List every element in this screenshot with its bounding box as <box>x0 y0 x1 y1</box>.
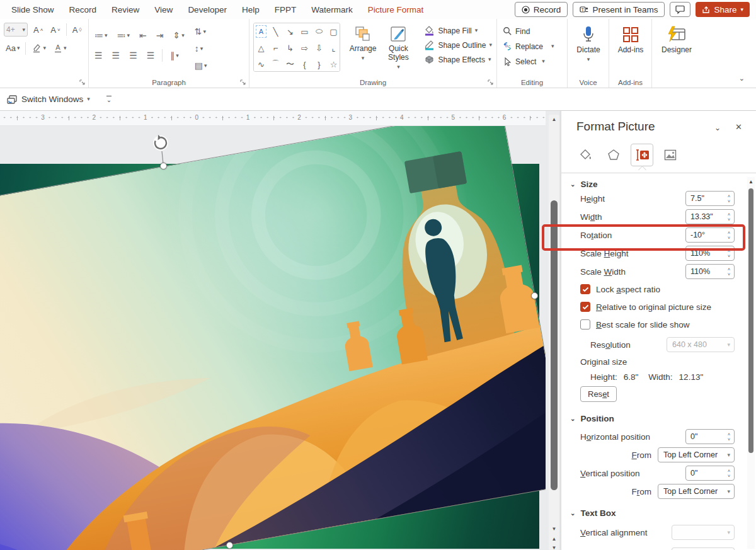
panel-scrollbar-thumb[interactable] <box>748 188 753 453</box>
scale-width-spinner[interactable]: 110%˄˅ <box>685 264 735 279</box>
convert-to-smartart-button[interactable]: ▤▾ <box>193 59 209 72</box>
arrange-button[interactable]: Arrange ▾ <box>345 23 381 64</box>
menu-tab-view[interactable]: View <box>147 2 180 18</box>
text-highlight-color-button[interactable]: ▾ <box>30 42 48 55</box>
position-section-header[interactable]: ⌄Position <box>570 414 614 423</box>
replace-button[interactable]: bc Replace▾ <box>501 40 556 52</box>
vertical-position-spinner-spin-buttons[interactable]: ˄˅ <box>724 469 734 478</box>
text-direction-button[interactable]: ⇅▾ <box>193 25 209 38</box>
best-scale-for-slide-show-checkbox[interactable] <box>580 319 590 329</box>
font-size-combobox[interactable]: 4+▾ <box>4 23 28 37</box>
bullets-button[interactable]: ≔▾ <box>93 29 110 42</box>
justify-button[interactable]: ☰ <box>145 49 157 62</box>
menu-tab-slide-show[interactable]: Slide Show <box>4 2 62 18</box>
font-color-button[interactable]: A ▾ <box>52 42 69 55</box>
scale-width-spinner-spin-buttons[interactable]: ˄˅ <box>724 267 734 277</box>
slide-canvas[interactable] <box>0 126 546 550</box>
from-dropdown-1[interactable]: Top Left Corner▾ <box>658 447 735 462</box>
align-center-button[interactable]: ☰ <box>110 49 122 62</box>
selection-handle-top[interactable] <box>160 163 167 169</box>
decrease-font-size-button[interactable]: A˅ <box>49 23 62 37</box>
lock-aspect-ratio-checkbox[interactable] <box>580 284 590 294</box>
designer-button[interactable]: Designer <box>656 23 697 57</box>
shape-rectangle-icon[interactable]: ▭ <box>297 23 312 40</box>
menu-tab-picture-format[interactable]: Picture Format <box>360 2 432 18</box>
font-dialog-launcher[interactable] <box>79 79 86 86</box>
menu-tab-fppt[interactable]: FPPT <box>267 2 304 18</box>
share-button[interactable]: Share ▾ <box>696 2 750 17</box>
textbox-section-header[interactable]: ⌄Text Box <box>570 508 616 518</box>
align-left-button[interactable]: ☰ <box>93 49 105 62</box>
record-button[interactable]: Record <box>515 2 568 17</box>
align-right-button[interactable]: ☰ <box>127 49 139 62</box>
width-spinner-spin-buttons[interactable]: ˄˅ <box>724 212 734 222</box>
increase-font-size-button[interactable]: A˄ <box>32 23 45 37</box>
rotation-spinner-spin-buttons[interactable]: ˄˅ <box>724 231 734 240</box>
numbering-button[interactable]: ≕▾ <box>115 29 132 42</box>
shape-text-box-icon[interactable]: A <box>256 25 266 38</box>
shape-effects-button[interactable]: Shape Effects▾ <box>422 53 494 66</box>
horizontal-position-spinner[interactable]: 0"˄˅ <box>685 429 735 444</box>
rotation-spinner[interactable]: -10°˄˅ <box>685 227 735 243</box>
decrease-indent-button[interactable]: ⇤ <box>137 29 149 42</box>
change-case-button[interactable]: Aa▾ <box>4 42 21 55</box>
quick-styles-button[interactable]: Quick Styles ▾ <box>381 23 416 72</box>
shape-left-brace-icon[interactable]: { <box>297 56 312 72</box>
panel-tab-size-properties[interactable] <box>631 144 653 166</box>
height-spinner[interactable]: 7.5"˄˅ <box>685 191 735 206</box>
selected-picture[interactable] <box>0 126 546 550</box>
increase-indent-button[interactable]: ⇥ <box>154 29 166 42</box>
shape-star-icon[interactable]: ☆ <box>326 56 340 72</box>
shape-line-icon[interactable]: ╲ <box>268 23 283 40</box>
shape-right-brace-icon[interactable]: } <box>312 56 326 72</box>
vertical-position-spinner[interactable]: 0"˄˅ <box>685 466 735 481</box>
shape-arrow-icon[interactable]: ↘ <box>283 23 297 40</box>
panel-collapse-chevron[interactable]: ⌄ <box>714 123 721 132</box>
selection-handle-bottom[interactable] <box>226 542 233 549</box>
size-section-header[interactable]: ⌄Size <box>570 180 597 189</box>
comments-button[interactable] <box>670 2 690 17</box>
relative-to-original-picture-size-checkbox[interactable] <box>580 302 590 312</box>
menu-tab-help[interactable]: Help <box>234 2 267 18</box>
align-text-button[interactable]: ↕▾ <box>193 42 209 55</box>
shape-scribble-icon[interactable]: ∿ <box>254 56 268 72</box>
panel-scroll-up-arrow[interactable]: ▲ <box>747 177 755 186</box>
menu-tab-watermark[interactable]: Watermark <box>304 2 360 18</box>
selection-handle-right[interactable] <box>531 292 538 299</box>
collapse-ribbon-chevron[interactable]: ⌄ <box>739 74 745 83</box>
dictate-button[interactable]: Dictate ▾ <box>571 23 605 65</box>
canvas-scrollbar-thumb[interactable] <box>551 200 558 490</box>
shape-arc-icon[interactable]: ⌒ <box>268 56 283 72</box>
shape-down-arrow-icon[interactable]: ⇩ <box>312 40 326 56</box>
scale-height-spinner-spin-buttons[interactable]: ˄˅ <box>724 249 734 258</box>
shape-fill-button[interactable]: Shape Fill▾ <box>422 24 494 37</box>
line-spacing-button[interactable]: ⇕▾ <box>171 29 186 42</box>
scroll-up-arrow[interactable]: ▲ <box>549 115 559 124</box>
select-button[interactable]: Select▾ <box>501 55 556 67</box>
shape-gallery[interactable]: A╲↘▭⬭▢△⌐↳⇨⇩⌞∿⌒〜{}☆ ▲ ▼ ▼ <box>253 23 340 72</box>
menu-tab-developer[interactable]: Developer <box>180 2 234 18</box>
columns-button[interactable]: ∥▾ <box>168 49 181 62</box>
shape-curve-icon[interactable]: 〜 <box>283 56 297 72</box>
clear-formatting-button[interactable]: A◊ <box>71 23 84 37</box>
paragraph-dialog-launcher[interactable] <box>239 79 246 86</box>
find-button[interactable]: Find <box>501 25 556 37</box>
addins-button[interactable]: Add-ins <box>613 23 648 57</box>
panel-tab-effects[interactable] <box>602 144 625 166</box>
previous-slide-button[interactable]: ▲ <box>549 534 559 544</box>
drawing-dialog-launcher[interactable] <box>487 79 494 86</box>
switch-windows-button[interactable]: Switch Windows <box>21 95 83 104</box>
shape-elbow-arrow-connector-icon[interactable]: ↳ <box>283 40 297 56</box>
toolbar-overflow-chevron[interactable]: ⌄ <box>106 96 112 103</box>
scroll-down-arrow[interactable]: ▼ <box>549 524 559 534</box>
reset-button[interactable]: Reset <box>580 386 617 402</box>
shape-right-arrow-icon[interactable]: ⇨ <box>297 40 312 56</box>
panel-close-icon[interactable]: ✕ <box>735 122 742 132</box>
shape-l-shape-icon[interactable]: ⌞ <box>326 40 340 56</box>
shape-oval-icon[interactable]: ⬭ <box>312 23 326 40</box>
menu-tab-review[interactable]: Review <box>104 2 147 18</box>
panel-tab-picture[interactable] <box>659 144 682 166</box>
shape-outline-button[interactable]: Shape Outline▾ <box>422 38 494 52</box>
menu-tab-record[interactable]: Record <box>62 2 105 18</box>
panel-scrollbar[interactable]: ▲ <box>747 177 755 549</box>
